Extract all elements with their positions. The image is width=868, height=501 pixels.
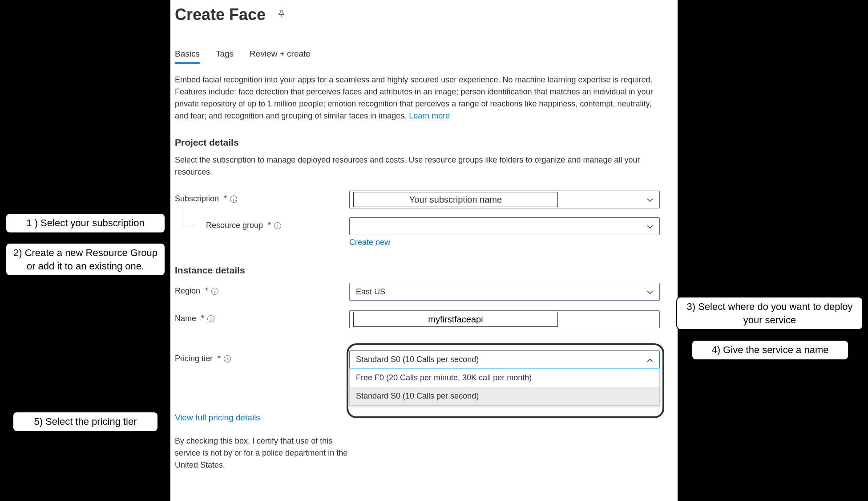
pin-icon[interactable] — [276, 9, 286, 20]
pricing-selected: Standard S0 (10 Calls per second) — [356, 355, 479, 364]
callout-1: 1 ) Select your subscription — [5, 213, 166, 233]
callout-3: 3) Select where do you want to deploy yo… — [676, 297, 863, 330]
info-icon[interactable]: i — [211, 288, 218, 295]
indent-connector — [183, 206, 195, 227]
chevron-up-icon — [647, 356, 653, 363]
instance-details-title: Instance details — [175, 265, 660, 276]
callout-5: 5) Select the pricing tier — [12, 411, 158, 432]
region-dropdown[interactable]: East US — [349, 283, 660, 301]
name-input[interactable]: myfirstfaceapi — [349, 310, 660, 328]
chevron-down-icon — [647, 289, 653, 295]
project-details-title: Project details — [175, 137, 660, 148]
name-label-wrap: Name * i — [175, 310, 349, 323]
page-title: Create Face — [175, 5, 266, 24]
subscription-label-wrap: Subscription * i — [175, 191, 349, 204]
subscription-label: Subscription — [175, 194, 219, 204]
tab-tags[interactable]: Tags — [216, 49, 234, 64]
learn-more-link[interactable]: Learn more — [409, 111, 450, 120]
required-marker: * — [201, 314, 204, 323]
pricing-label: Pricing tier — [175, 354, 213, 363]
required-marker: * — [218, 354, 221, 363]
name-value-box: myfirstfaceapi — [353, 312, 558, 327]
rg-label-wrap: Resource group * i — [175, 217, 349, 230]
pricing-option-free[interactable]: Free F0 (20 Calls per minute, 30K call p… — [350, 369, 659, 387]
subscription-row: Subscription * i Your subscription name — [175, 191, 660, 208]
required-marker: * — [224, 194, 227, 204]
required-marker: * — [268, 221, 271, 230]
intro-text: Embed facial recognition into your apps … — [175, 74, 660, 122]
pricing-dropdown-list: Free F0 (20 Calls per minute, 30K call p… — [349, 368, 660, 406]
pricing-option-standard[interactable]: Standard S0 (10 Calls per second) — [350, 387, 659, 405]
required-marker: * — [205, 286, 208, 296]
region-row: Region * i East US — [175, 283, 660, 301]
rg-label: Resource group — [206, 221, 263, 230]
create-new-link[interactable]: Create new — [349, 238, 660, 247]
info-icon[interactable]: i — [224, 355, 231, 363]
name-row: Name * i myfirstfaceapi — [175, 310, 660, 328]
subscription-value-box: Your subscription name — [353, 192, 558, 207]
callout-4: 4) Give the service a name — [691, 340, 849, 360]
project-details-desc: Select the subscription to manage deploy… — [175, 154, 660, 178]
info-icon[interactable]: i — [230, 196, 237, 203]
certification-text: By checking this box, I certify that use… — [175, 435, 348, 471]
pricing-dropdown[interactable]: Standard S0 (10 Calls per second) Free F… — [349, 350, 660, 406]
region-label: Region — [175, 286, 200, 296]
name-label: Name — [175, 314, 196, 323]
resource-group-dropdown[interactable] — [349, 217, 660, 235]
info-icon[interactable]: i — [274, 222, 281, 229]
tabs: Basics Tags Review + create — [175, 49, 660, 64]
callout-2: 2) Create a new Resource Group or add it… — [5, 243, 166, 276]
page-header: Create Face — [175, 5, 660, 24]
resource-group-row: Resource group * i Create new — [175, 217, 660, 247]
pricing-label-wrap: Pricing tier * i — [175, 350, 349, 363]
tab-basics[interactable]: Basics — [175, 49, 200, 64]
tab-review[interactable]: Review + create — [250, 49, 311, 64]
region-value: East US — [356, 287, 385, 297]
pricing-details-link[interactable]: View full pricing details — [175, 413, 660, 423]
pricing-section: Pricing tier * i Standard S0 (10 Calls p… — [175, 350, 660, 423]
subscription-dropdown[interactable]: Your subscription name — [349, 191, 660, 208]
chevron-down-icon — [647, 196, 653, 203]
region-label-wrap: Region * i — [175, 283, 349, 296]
main-panel: Create Face Basics Tags Review + create … — [170, 0, 678, 501]
info-icon[interactable]: i — [207, 315, 214, 322]
chevron-down-icon — [647, 223, 653, 229]
pricing-row: Pricing tier * i Standard S0 (10 Calls p… — [175, 350, 660, 406]
